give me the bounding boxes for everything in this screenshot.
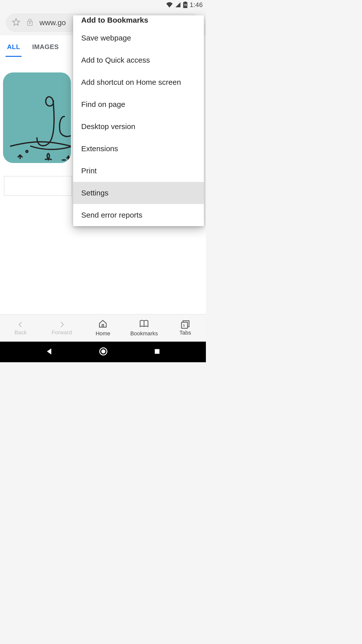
nav-home-label: Home [96, 330, 110, 337]
nav-home[interactable]: Home [82, 314, 124, 342]
tab-images[interactable]: IMAGES [32, 43, 59, 57]
system-home-button[interactable] [99, 347, 108, 357]
svg-marker-0 [13, 19, 20, 25]
svg-point-4 [26, 150, 28, 152]
menu-extensions[interactable]: Extensions [73, 138, 204, 160]
google-doodle[interactable] [3, 72, 71, 163]
nav-back[interactable]: Back [0, 314, 41, 342]
nav-forward[interactable]: Forward [41, 314, 82, 342]
browser-bottom-nav: Back Forward Home Bookmarks 1 Tabs [0, 314, 206, 342]
svg-rect-9 [155, 349, 159, 354]
lock-icon [26, 18, 33, 27]
menu-desktop-version[interactable]: Desktop version [73, 115, 204, 138]
menu-add-shortcut-home[interactable]: Add shortcut on Home screen [73, 71, 204, 93]
menu-add-to-quick-access[interactable]: Add to Quick access [73, 49, 204, 71]
svg-point-2 [29, 22, 30, 23]
nav-tabs-label: Tabs [179, 330, 191, 336]
home-icon [98, 319, 107, 330]
nav-tabs[interactable]: 1 Tabs [165, 314, 206, 342]
status-time: 1:46 [190, 1, 203, 9]
wifi-icon [166, 2, 173, 8]
menu-find-on-page[interactable]: Find on page [73, 93, 204, 115]
svg-point-8 [101, 349, 105, 353]
nav-bookmarks[interactable]: Bookmarks [123, 314, 165, 342]
battery-percent: 70 [184, 4, 187, 7]
menu-add-to-bookmarks[interactable]: Add to Bookmarks [73, 15, 204, 27]
tab-all[interactable]: ALL [7, 43, 20, 57]
system-nav-bar [0, 342, 206, 362]
url-text: www.go [39, 18, 66, 27]
system-back-button[interactable] [45, 347, 53, 356]
cellular-icon [175, 2, 181, 8]
nav-bookmarks-label: Bookmarks [130, 330, 158, 337]
search-input[interactable] [4, 176, 72, 196]
menu-send-error-reports[interactable]: Send error reports [73, 204, 204, 226]
system-recents-button[interactable] [154, 348, 161, 356]
menu-save-webpage[interactable]: Save webpage [73, 27, 204, 49]
tab-count: 1 [183, 324, 185, 327]
star-icon[interactable] [12, 18, 20, 27]
menu-settings[interactable]: Settings [73, 182, 204, 204]
menu-print[interactable]: Print [73, 160, 204, 182]
battery-icon: 70 [183, 2, 188, 8]
overflow-menu: Add to Bookmarks Save webpage Add to Qui… [73, 15, 204, 226]
nav-back-label: Back [14, 329, 27, 336]
nav-forward-label: Forward [52, 329, 72, 336]
tabs-icon: 1 [181, 320, 190, 329]
book-open-icon [139, 319, 149, 330]
status-bar: 70 1:46 [0, 0, 206, 10]
